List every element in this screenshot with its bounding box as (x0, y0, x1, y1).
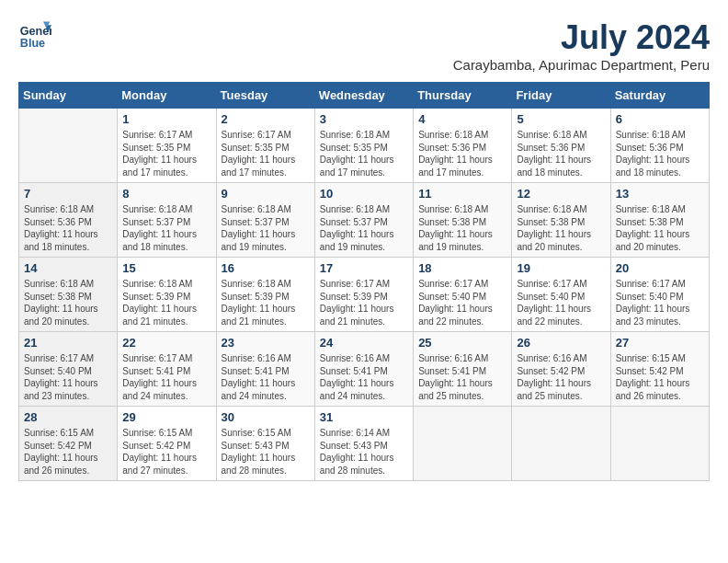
day-info: Sunrise: 6:17 AMSunset: 5:39 PMDaylight:… (320, 278, 408, 327)
calendar-cell (512, 407, 610, 481)
day-number: 6 (616, 112, 704, 126)
calendar-cell: 4Sunrise: 6:18 AMSunset: 5:36 PMDaylight… (414, 109, 512, 183)
day-number: 27 (616, 336, 704, 350)
day-info: Sunrise: 6:16 AMSunset: 5:41 PMDaylight:… (222, 352, 310, 402)
day-number: 30 (222, 410, 310, 424)
calendar-cell: 26Sunrise: 6:16 AMSunset: 5:42 PMDayligh… (512, 332, 610, 407)
day-info: Sunrise: 6:16 AMSunset: 5:42 PMDaylight:… (517, 352, 605, 402)
day-info: Sunrise: 6:15 AMSunset: 5:42 PMDaylight:… (122, 427, 210, 477)
calendar-cell: 5Sunrise: 6:18 AMSunset: 5:36 PMDaylight… (512, 109, 610, 183)
calendar-cell: 29Sunrise: 6:15 AMSunset: 5:42 PMDayligh… (118, 407, 216, 481)
day-info: Sunrise: 6:18 AMSunset: 5:35 PMDaylight:… (320, 129, 408, 178)
day-info: Sunrise: 6:18 AMSunset: 5:36 PMDaylight:… (418, 129, 506, 178)
day-number: 23 (222, 336, 310, 350)
calendar-week-4: 21Sunrise: 6:17 AMSunset: 5:40 PMDayligh… (19, 332, 710, 407)
day-info: Sunrise: 6:15 AMSunset: 5:42 PMDaylight:… (616, 352, 704, 402)
day-info: Sunrise: 6:18 AMSunset: 5:36 PMDaylight:… (517, 129, 605, 178)
day-info: Sunrise: 6:18 AMSunset: 5:37 PMDaylight:… (320, 203, 408, 253)
calendar-cell: 20Sunrise: 6:17 AMSunset: 5:40 PMDayligh… (610, 258, 709, 332)
day-info: Sunrise: 6:18 AMSunset: 5:38 PMDaylight:… (418, 203, 506, 253)
calendar-cell (610, 407, 709, 481)
day-number: 21 (24, 336, 112, 350)
day-info: Sunrise: 6:17 AMSunset: 5:41 PMDaylight:… (122, 352, 210, 402)
day-number: 3 (320, 112, 408, 126)
calendar-cell: 11Sunrise: 6:18 AMSunset: 5:38 PMDayligh… (414, 183, 512, 258)
day-number: 25 (418, 336, 506, 350)
calendar-table: SundayMondayTuesdayWednesdayThursdayFrid… (18, 82, 710, 481)
weekday-header-saturday: Saturday (610, 83, 709, 109)
day-info: Sunrise: 6:15 AMSunset: 5:42 PMDaylight:… (24, 427, 112, 477)
day-number: 11 (418, 187, 506, 201)
day-number: 24 (320, 336, 408, 350)
day-info: Sunrise: 6:18 AMSunset: 5:37 PMDaylight:… (222, 203, 310, 253)
day-info: Sunrise: 6:18 AMSunset: 5:39 PMDaylight:… (122, 278, 210, 327)
calendar-cell: 12Sunrise: 6:18 AMSunset: 5:38 PMDayligh… (512, 183, 610, 258)
calendar-cell: 23Sunrise: 6:16 AMSunset: 5:41 PMDayligh… (216, 332, 314, 407)
calendar-cell (414, 407, 512, 481)
title-block: July 2024 Caraybamba, Apurimac Departmen… (453, 18, 710, 73)
day-number: 17 (320, 261, 408, 275)
weekday-header-thursday: Thursday (414, 83, 512, 109)
calendar-cell: 10Sunrise: 6:18 AMSunset: 5:37 PMDayligh… (314, 183, 413, 258)
calendar-body: 1Sunrise: 6:17 AMSunset: 5:35 PMDaylight… (19, 109, 710, 481)
calendar-cell: 16Sunrise: 6:18 AMSunset: 5:39 PMDayligh… (216, 258, 314, 332)
day-info: Sunrise: 6:16 AMSunset: 5:41 PMDaylight:… (418, 352, 506, 402)
svg-text:Blue: Blue (20, 37, 45, 50)
day-number: 12 (517, 187, 605, 201)
general-blue-logo-icon: General Blue (18, 18, 51, 52)
day-info: Sunrise: 6:18 AMSunset: 5:37 PMDaylight:… (122, 203, 210, 253)
calendar-week-3: 14Sunrise: 6:18 AMSunset: 5:38 PMDayligh… (19, 258, 710, 332)
day-info: Sunrise: 6:15 AMSunset: 5:43 PMDaylight:… (222, 427, 310, 477)
weekday-header-tuesday: Tuesday (216, 83, 314, 109)
day-number: 2 (222, 112, 310, 126)
day-number: 18 (418, 261, 506, 275)
calendar-week-1: 1Sunrise: 6:17 AMSunset: 5:35 PMDaylight… (19, 109, 710, 183)
weekday-header-wednesday: Wednesday (314, 83, 413, 109)
calendar-cell: 25Sunrise: 6:16 AMSunset: 5:41 PMDayligh… (414, 332, 512, 407)
calendar-cell: 6Sunrise: 6:18 AMSunset: 5:36 PMDaylight… (610, 109, 709, 183)
day-number: 20 (616, 261, 704, 275)
day-info: Sunrise: 6:17 AMSunset: 5:40 PMDaylight:… (418, 278, 506, 327)
day-number: 7 (24, 187, 112, 201)
calendar-cell: 8Sunrise: 6:18 AMSunset: 5:37 PMDaylight… (118, 183, 216, 258)
day-info: Sunrise: 6:17 AMSunset: 5:35 PMDaylight:… (122, 129, 210, 178)
day-number: 4 (418, 112, 506, 126)
calendar-cell: 7Sunrise: 6:18 AMSunset: 5:36 PMDaylight… (19, 183, 118, 258)
day-info: Sunrise: 6:18 AMSunset: 5:39 PMDaylight:… (222, 278, 310, 327)
calendar-cell: 18Sunrise: 6:17 AMSunset: 5:40 PMDayligh… (414, 258, 512, 332)
day-number: 10 (320, 187, 408, 201)
day-info: Sunrise: 6:14 AMSunset: 5:43 PMDaylight:… (320, 427, 408, 477)
calendar-cell: 9Sunrise: 6:18 AMSunset: 5:37 PMDaylight… (216, 183, 314, 258)
calendar-week-2: 7Sunrise: 6:18 AMSunset: 5:36 PMDaylight… (19, 183, 710, 258)
calendar-cell: 22Sunrise: 6:17 AMSunset: 5:41 PMDayligh… (118, 332, 216, 407)
calendar-cell: 15Sunrise: 6:18 AMSunset: 5:39 PMDayligh… (118, 258, 216, 332)
day-number: 8 (122, 187, 210, 201)
calendar-cell: 21Sunrise: 6:17 AMSunset: 5:40 PMDayligh… (19, 332, 118, 407)
day-number: 19 (517, 261, 605, 275)
day-info: Sunrise: 6:17 AMSunset: 5:35 PMDaylight:… (222, 129, 310, 178)
day-info: Sunrise: 6:18 AMSunset: 5:36 PMDaylight:… (24, 203, 112, 253)
logo: General Blue (18, 18, 51, 52)
page-header: General Blue July 2024 Caraybamba, Apuri… (18, 18, 710, 73)
calendar-cell: 17Sunrise: 6:17 AMSunset: 5:39 PMDayligh… (314, 258, 413, 332)
calendar-cell: 1Sunrise: 6:17 AMSunset: 5:35 PMDaylight… (118, 109, 216, 183)
day-info: Sunrise: 6:18 AMSunset: 5:38 PMDaylight:… (616, 203, 704, 253)
calendar-cell: 13Sunrise: 6:18 AMSunset: 5:38 PMDayligh… (610, 183, 709, 258)
calendar-cell: 2Sunrise: 6:17 AMSunset: 5:35 PMDaylight… (216, 109, 314, 183)
day-number: 31 (320, 410, 408, 424)
day-number: 5 (517, 112, 605, 126)
day-number: 13 (616, 187, 704, 201)
weekday-header-row: SundayMondayTuesdayWednesdayThursdayFrid… (19, 83, 710, 109)
weekday-header-sunday: Sunday (19, 83, 118, 109)
day-number: 22 (122, 336, 210, 350)
day-info: Sunrise: 6:18 AMSunset: 5:38 PMDaylight:… (24, 278, 112, 327)
day-info: Sunrise: 6:18 AMSunset: 5:36 PMDaylight:… (616, 129, 704, 178)
calendar-cell: 24Sunrise: 6:16 AMSunset: 5:41 PMDayligh… (314, 332, 413, 407)
calendar-week-5: 28Sunrise: 6:15 AMSunset: 5:42 PMDayligh… (19, 407, 710, 481)
day-number: 15 (122, 261, 210, 275)
day-number: 28 (24, 410, 112, 424)
day-info: Sunrise: 6:17 AMSunset: 5:40 PMDaylight:… (517, 278, 605, 327)
calendar-cell: 19Sunrise: 6:17 AMSunset: 5:40 PMDayligh… (512, 258, 610, 332)
calendar-cell (19, 109, 118, 183)
day-number: 26 (517, 336, 605, 350)
